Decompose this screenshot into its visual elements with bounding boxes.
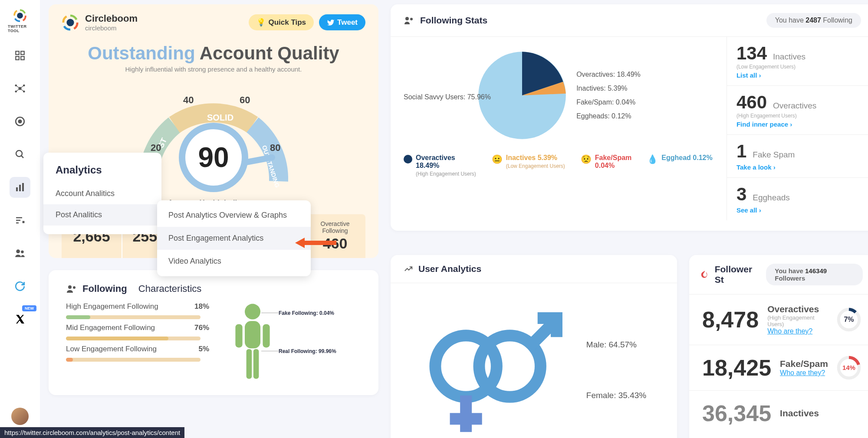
take-look-link[interactable]: Take a look › [736, 163, 776, 171]
following-stats-card: Following Stats You have 2487 Following … [391, 4, 868, 231]
svg-marker-52 [295, 238, 305, 248]
users-icon [404, 16, 415, 25]
svg-point-16 [16, 150, 22, 157]
inner-peace-link[interactable]: Find inner peace › [736, 121, 792, 128]
submenu-engagement[interactable]: Post Engagement Analytics [157, 227, 311, 250]
svg-rect-40 [253, 349, 259, 379]
see-all-link[interactable]: See all › [736, 206, 761, 214]
svg-point-33 [68, 285, 72, 289]
submenu-overview[interactable]: Post Analytics Overview & Graphs [157, 204, 311, 227]
users-icon [66, 284, 78, 294]
svg-rect-18 [16, 187, 18, 191]
svg-line-13 [20, 88, 24, 92]
menu-account-analytics[interactable]: Account Analitics [43, 183, 161, 204]
tweet-button[interactable]: Tweet [319, 14, 365, 30]
post-analytics-submenu: Post Analytics Overview & Graphs Post En… [157, 200, 311, 276]
svg-rect-1 [16, 51, 19, 55]
svg-point-15 [19, 120, 22, 123]
svg-rect-37 [235, 324, 242, 347]
svg-point-0 [17, 13, 23, 19]
nav-target-icon[interactable] [10, 111, 30, 132]
nav-filter-icon[interactable] [10, 210, 30, 231]
svg-point-27 [21, 251, 23, 254]
svg-point-42 [410, 18, 413, 20]
chart-icon [404, 264, 413, 274]
svg-rect-20 [22, 183, 24, 191]
following-characteristics-card: Following Characteristics High Engagemen… [49, 270, 378, 395]
quality-subtitle: Highly influential with strong presence … [62, 65, 365, 73]
submenu-video[interactable]: Video Analytics [157, 250, 311, 273]
svg-line-48 [530, 324, 552, 346]
logo-text: TWITTER TOOL [8, 24, 32, 33]
sidebar: TWITTER TOOL NEW [0, 0, 40, 438]
who-link-2[interactable]: Who are they? [780, 369, 828, 377]
nav-x-icon[interactable]: NEW [10, 309, 30, 330]
nav-refresh-icon[interactable] [10, 276, 30, 297]
brand-handle: circleboom [85, 24, 138, 32]
nav-users-icon[interactable] [10, 243, 30, 264]
svg-rect-38 [263, 324, 270, 347]
svg-line-10 [16, 85, 20, 88]
svg-rect-3 [16, 56, 19, 60]
svg-rect-46 [450, 413, 482, 425]
quick-tips-button[interactable]: 💡Quick Tips [249, 14, 314, 30]
who-link-1[interactable]: Who are they? [767, 327, 828, 335]
svg-point-34 [73, 286, 76, 289]
quality-title-rest: Account Quality [195, 43, 339, 63]
svg-rect-36 [245, 321, 260, 348]
brand-name: Circleboom [85, 13, 138, 24]
svg-rect-19 [19, 185, 21, 191]
user-avatar[interactable] [11, 408, 29, 425]
svg-point-28 [66, 19, 74, 26]
follower-stats-card: Follower St You have 146349 Followers 8,… [689, 255, 868, 438]
status-bar-url: https://twitter.circleboom.com/analytics… [0, 427, 184, 438]
svg-point-26 [16, 249, 20, 253]
analytics-menu: Analytics Account Analitics Post Analiti… [43, 153, 161, 234]
app-logo[interactable]: TWITTER TOOL [8, 9, 32, 33]
person-icon [227, 302, 279, 380]
nav-search-icon[interactable] [10, 144, 30, 165]
svg-text:SOLID: SOLID [207, 113, 233, 122]
menu-post-analytics[interactable]: Post Analitics [43, 204, 161, 226]
following-count-pill: You have 2487 Following [766, 13, 861, 28]
annotation-arrow-icon [295, 234, 339, 252]
svg-rect-4 [21, 56, 24, 60]
flame-icon [700, 270, 710, 279]
gender-icon [421, 301, 569, 438]
brand-block: Circleboom circleboom [62, 13, 138, 32]
user-analytics-card: User Analytics Male: 64. [391, 255, 677, 438]
twitter-icon [327, 19, 335, 26]
nav-network-icon[interactable] [10, 78, 30, 99]
quality-title-outstanding: Outstanding [88, 43, 195, 63]
quality-score: 90 [185, 129, 242, 186]
analytics-menu-title: Analytics [43, 161, 161, 183]
nav-dashboard-icon[interactable] [10, 45, 30, 66]
svg-line-12 [16, 88, 20, 92]
svg-rect-39 [247, 349, 252, 379]
list-all-link[interactable]: List all › [736, 72, 761, 79]
svg-point-41 [405, 17, 409, 20]
brand-icon [62, 14, 79, 31]
svg-rect-2 [21, 51, 24, 55]
nav-analytics-icon[interactable] [10, 177, 30, 198]
svg-line-11 [20, 85, 24, 88]
svg-point-35 [245, 304, 260, 320]
svg-line-17 [21, 156, 23, 158]
